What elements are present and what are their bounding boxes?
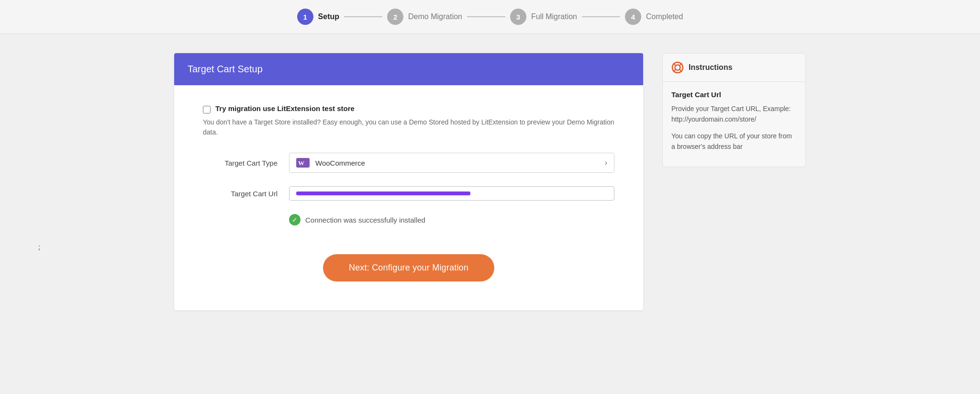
- step-2-circle: 2: [387, 9, 403, 25]
- connection-success-row: ✓ Connection was successfully installed: [203, 214, 614, 225]
- cart-url-row: Target Cart Url: [203, 186, 614, 201]
- cart-type-name: WooCommerce: [315, 159, 365, 167]
- cart-url-input-wrapper[interactable]: [289, 186, 614, 201]
- instructions-body: Target Cart Url Provide your Target Cart…: [663, 82, 805, 167]
- instructions-section-title: Target Cart Url: [671, 90, 797, 99]
- step-connector-2: [467, 16, 505, 17]
- step-4: 4 Completed: [625, 9, 683, 25]
- step-2-label: Demo Migration: [408, 12, 462, 21]
- semicolon-marker: ;: [38, 243, 980, 251]
- cart-type-field: W WooCommerce ›: [289, 153, 614, 173]
- instructions-title: Instructions: [689, 63, 733, 72]
- step-3-label: Full Migration: [531, 12, 577, 21]
- panel-body: Try migration use LitExtension test stor…: [174, 85, 643, 310]
- step-3-circle: 3: [510, 9, 526, 25]
- cart-type-left: W WooCommerce: [296, 158, 365, 168]
- connection-success-text: Connection was successfully installed: [305, 216, 425, 224]
- connection-success-icon: ✓: [289, 214, 301, 225]
- step-4-circle: 4: [625, 9, 641, 25]
- step-1-circle: 1: [297, 9, 313, 25]
- step-3: 3 Full Migration: [510, 9, 577, 25]
- svg-text:W: W: [298, 159, 304, 167]
- step-1: 1 Setup: [297, 9, 339, 25]
- instructions-panel: Instructions Target Cart Url Provide you…: [662, 53, 806, 167]
- step-connector-3: [582, 16, 620, 17]
- test-store-checkbox[interactable]: [203, 106, 211, 113]
- cart-type-select[interactable]: W WooCommerce ›: [289, 153, 614, 173]
- step-4-label: Completed: [646, 12, 683, 21]
- url-filled-indicator: [296, 191, 470, 195]
- woocommerce-icon: W: [296, 158, 310, 168]
- step-1-label: Setup: [318, 12, 339, 21]
- test-store-checkbox-row: Try migration use LitExtension test stor…: [203, 104, 614, 113]
- panel-header: Target Cart Setup: [174, 53, 643, 85]
- cart-type-row: Target Cart Type W WooCommerce: [203, 153, 614, 173]
- step-connector-1: [344, 16, 382, 17]
- next-button-wrapper: Next: Configure your Migration: [203, 254, 614, 281]
- chevron-right-icon: ›: [605, 158, 607, 167]
- instructions-header: Instructions: [663, 54, 805, 82]
- test-store-description: You don't have a Target Store installed?…: [203, 117, 614, 137]
- test-store-checkbox-label[interactable]: Try migration use LitExtension test stor…: [215, 104, 355, 113]
- svg-point-3: [675, 65, 680, 70]
- cart-url-label: Target Cart Url: [203, 190, 289, 198]
- stepper: 1 Setup 2 Demo Migration 3 Full Migratio…: [297, 9, 683, 25]
- instructions-text-2: You can copy the URL of your store from …: [671, 131, 797, 152]
- cart-type-label: Target Cart Type: [203, 159, 289, 167]
- panel-title: Target Cart Setup: [188, 64, 263, 74]
- cart-url-field: [289, 186, 614, 201]
- stepper-bar: 1 Setup 2 Demo Migration 3 Full Migratio…: [0, 0, 980, 34]
- step-2: 2 Demo Migration: [387, 9, 462, 25]
- main-panel: Target Cart Setup Try migration use LitE…: [174, 53, 643, 310]
- instructions-text-1: Provide your Target Cart URL, Example: h…: [671, 103, 797, 125]
- next-button[interactable]: Next: Configure your Migration: [323, 254, 494, 281]
- lifebuoy-icon: [671, 61, 684, 74]
